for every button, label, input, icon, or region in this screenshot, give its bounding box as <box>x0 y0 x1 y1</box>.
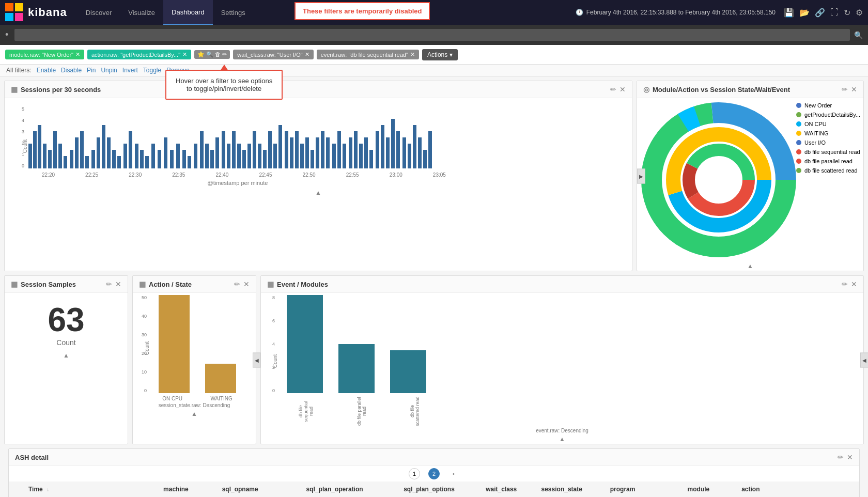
page-1-button[interactable]: 1 <box>409 468 420 479</box>
as-y-0: 0 <box>137 388 147 393</box>
donut-edit-button[interactable]: ✏ <box>842 85 848 94</box>
nav-discover[interactable]: Discover <box>78 0 120 25</box>
svg-rect-17 <box>117 156 121 168</box>
col-program[interactable]: program <box>605 482 683 497</box>
logo-squares <box>5 3 24 22</box>
event-modules-icon: ▦ <box>267 280 274 288</box>
y-axis-labels: 5 4 3 2 1 0 <box>15 106 25 168</box>
filter-pin-link[interactable]: Pin <box>87 67 96 74</box>
sessions-edit-button[interactable]: ✏ <box>610 85 616 94</box>
col-sql-opname[interactable]: sql_opname <box>217 482 301 497</box>
event-modules-actions: ✏ ✕ <box>842 280 857 288</box>
svg-rect-46 <box>278 125 282 168</box>
svg-rect-12 <box>91 150 95 168</box>
filter-pill-wait[interactable]: wait_class.raw: "User I/O" ✕ <box>233 50 313 59</box>
col-machine[interactable]: machine <box>158 482 217 497</box>
action-state-edit-button[interactable]: ✏ <box>234 280 240 288</box>
filter-remove-icon[interactable]: ✕ <box>305 51 309 58</box>
filter-remove-icon[interactable]: ✕ <box>410 51 415 58</box>
svg-rect-28 <box>182 150 186 168</box>
col-module[interactable]: module <box>683 482 737 497</box>
session-samples-edit-button[interactable]: ✏ <box>106 280 112 288</box>
col-sql-plan-op[interactable]: sql_plan_operation <box>301 482 399 497</box>
fullscreen-icon[interactable]: ⛶ <box>830 8 839 18</box>
svg-rect-85 <box>205 364 236 393</box>
sessions-close-button[interactable]: ✕ <box>619 85 626 94</box>
col-time[interactable]: Time ↓ <box>23 482 158 497</box>
y-label-0: 0 <box>15 163 24 168</box>
filter-toggle-link[interactable]: Toggle <box>143 67 161 74</box>
filter-actions-button[interactable]: Actions ▾ <box>422 49 458 60</box>
filter-pill-controls[interactable]: ⭐ 🔍 🗑 ✏ <box>194 50 230 59</box>
svg-point-83 <box>696 157 741 203</box>
svg-rect-21 <box>140 150 144 168</box>
donut-panel-actions: ✏ ✕ <box>842 85 857 94</box>
expand-col-header <box>9 482 23 497</box>
event-modules-edit-button[interactable]: ✏ <box>842 280 848 288</box>
col-session-state[interactable]: session_state <box>536 482 605 497</box>
donut-close-button[interactable]: ✕ <box>851 85 857 94</box>
filter-invert-link[interactable]: Invert <box>122 67 138 74</box>
col-sql-plan-opts[interactable]: sql_plan_options <box>398 482 481 497</box>
svg-rect-33 <box>210 150 214 168</box>
event-modules-collapse[interactable]: ▲ <box>261 434 863 444</box>
event-modules-chart-inner: Count db file sequential read db file pa… <box>276 295 859 427</box>
session-samples-close-button[interactable]: ✕ <box>115 280 121 288</box>
search-submit-icon[interactable]: 🔍 <box>854 31 863 39</box>
load-icon[interactable]: 📂 <box>799 8 810 18</box>
nav-settings[interactable]: Settings <box>213 0 254 25</box>
page-2-button[interactable]: 2 <box>428 468 440 479</box>
session-count-label: Count <box>11 338 121 347</box>
x-label-22-45: 22:45 <box>259 172 272 178</box>
ash-close-button[interactable]: ✕ <box>847 453 853 461</box>
save-icon[interactable]: 💾 <box>784 8 794 18</box>
action-state-title: ▦ Action / State <box>139 280 234 288</box>
sessions-panel-actions: ✏ ✕ <box>610 85 626 94</box>
svg-rect-64 <box>376 131 379 168</box>
settings-icon[interactable]: ⚙ <box>856 8 863 18</box>
event-modules-close-button[interactable]: ✕ <box>851 280 857 288</box>
sessions-collapse-row[interactable]: ▲ <box>9 188 628 197</box>
sessions-collapse-icon: ▲ <box>315 189 321 196</box>
filter-enable-link[interactable]: Enable <box>37 67 56 74</box>
action-state-collapse[interactable]: ▲ <box>133 409 256 418</box>
event-modules-header: ▦ Event / Modules ✏ ✕ <box>261 276 863 293</box>
col-action[interactable]: action <box>736 482 859 497</box>
action-state-close-button[interactable]: ✕ <box>243 280 250 288</box>
as-y-50: 50 <box>137 295 147 300</box>
svg-rect-70 <box>408 144 411 168</box>
event-modules-y-labels: 8 6 4 2 0 <box>265 295 276 393</box>
search-input-wrap[interactable] <box>14 29 850 41</box>
session-samples-collapse[interactable]: ▲ <box>5 351 128 360</box>
action-state-collapse-icon: ▲ <box>191 410 197 417</box>
filter-pill-event[interactable]: event.raw: "db file sequential read" ✕ <box>317 50 419 59</box>
action-state-expand-right-button[interactable]: ◀ <box>253 352 261 367</box>
filter-pill-action[interactable]: action.raw: "getProductDetailsBy..." ✕ <box>87 50 191 59</box>
refresh-icon[interactable]: ↻ <box>844 8 850 18</box>
svg-rect-73 <box>423 150 427 168</box>
donut-expand-left-button[interactable]: ▶ <box>637 168 645 183</box>
share-icon[interactable]: 🔗 <box>815 8 825 18</box>
x-label-22-50: 22:50 <box>303 172 316 178</box>
action-state-panel: ▦ Action / State ✏ ✕ ◀ 50 40 30 20 10 <box>132 275 256 444</box>
filter-unpin-link[interactable]: Unpin <box>101 67 117 74</box>
search-input[interactable] <box>19 31 846 39</box>
ash-edit-button[interactable]: ✏ <box>838 453 844 461</box>
filter-pill-icons: ⭐ 🔍 🗑 ✏ <box>197 51 227 58</box>
search-dot: • <box>5 29 8 40</box>
donut-collapse-row[interactable]: ▲ <box>637 261 863 271</box>
page-more-button[interactable]: • <box>448 468 459 479</box>
filter-remove-icon[interactable]: ✕ <box>75 51 80 58</box>
event-modules-expand-right-button[interactable]: ◀ <box>860 352 868 367</box>
nav-dashboard[interactable]: Dashboard <box>163 0 213 25</box>
filter-remove-icon[interactable]: ✕ <box>182 51 187 58</box>
event-modules-panel: ▦ Event / Modules ✏ ✕ ◀ 8 6 4 2 0 <box>260 275 864 444</box>
svg-rect-5 <box>53 131 57 168</box>
nav-visualize[interactable]: Visualize <box>120 0 163 25</box>
filter-pill-module[interactable]: module.raw: "New Order" ✕ <box>5 50 84 59</box>
filter-disable-link[interactable]: Disable <box>61 67 82 74</box>
col-wait-class[interactable]: wait_class <box>481 482 536 497</box>
donut-panel-header: ◎ Module/Action vs Session State/Wait/Ev… <box>637 81 863 98</box>
svg-rect-9 <box>75 137 79 168</box>
svg-rect-72 <box>418 137 422 168</box>
